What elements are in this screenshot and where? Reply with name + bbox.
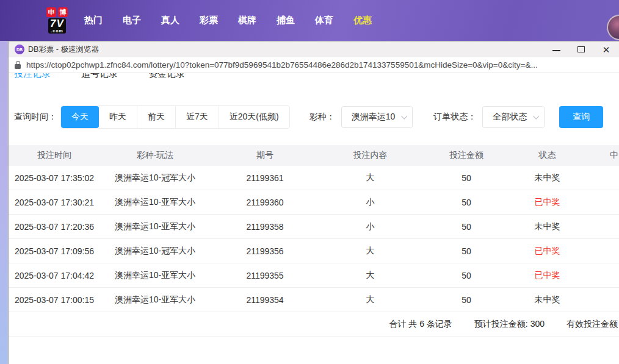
content-cell: 大 — [320, 246, 421, 257]
time-option-yesterday[interactable]: 昨天 — [99, 106, 137, 128]
lottery-select-value: 澳洲幸运10 — [352, 112, 396, 123]
screen: 申 博 7V .com 热门 电子 真人 彩票 棋牌 捕鱼 体育 优惠 DB D… — [0, 0, 619, 364]
status-cell: 未中奖 — [512, 221, 582, 232]
issue-cell: 21199360 — [210, 198, 320, 207]
time-cell: 2025-03-07 17:04:42 — [9, 271, 100, 280]
record-tabs: 投注记录 追号记录 资金记录 — [9, 73, 619, 83]
maximize-button[interactable] — [577, 46, 585, 53]
chevron-down-icon — [402, 113, 408, 120]
nav-item-hot[interactable]: 热门 — [84, 15, 103, 26]
issue-cell: 21199355 — [210, 271, 320, 280]
time-cell: 2025-03-07 17:09:56 — [9, 246, 100, 256]
col-header-game: 彩种-玩法 — [100, 150, 210, 161]
tab-chase-records[interactable]: 追号记录 — [81, 73, 118, 83]
tab-bet-records[interactable]: 投注记录 — [14, 73, 51, 83]
issue-cell: 21199358 — [210, 222, 320, 232]
game-cell: 澳洲幸运10-亚军大小 — [100, 270, 210, 281]
col-header-amount: 投注金额 — [421, 150, 512, 161]
logo-box: 7V .com — [48, 18, 66, 34]
minimize-icon — [552, 50, 560, 51]
time-filter-group: 今天 昨天 前天 近7天 近20天(低频) — [60, 105, 290, 129]
nav-item-slots[interactable]: 电子 — [123, 15, 141, 26]
col-header-content: 投注内容 — [320, 150, 421, 161]
main-nav: 热门 电子 真人 彩票 棋牌 捕鱼 体育 优惠 — [84, 15, 372, 26]
window-controls: ✕ — [552, 46, 613, 53]
summary-valid-amount: 有效投注金额 — [567, 319, 618, 330]
content-cell: 小 — [320, 221, 421, 232]
site-header: 申 博 7V .com 热门 电子 真人 彩票 棋牌 捕鱼 体育 优惠 — [0, 0, 619, 41]
status-cell: 已中奖 — [512, 197, 582, 208]
issue-cell: 21199361 — [210, 173, 320, 183]
minimize-button[interactable] — [552, 46, 560, 53]
time-cell: 2025-03-07 17:35:02 — [9, 173, 100, 183]
nav-item-promos[interactable]: 优惠 — [353, 15, 372, 26]
close-icon: ✕ — [603, 45, 610, 54]
lottery-select[interactable]: 澳洲幸运10 — [341, 106, 413, 128]
chevron-down-icon — [534, 113, 540, 120]
status-cell: 未中奖 — [512, 294, 582, 305]
time-option-20days[interactable]: 近20天(低频) — [219, 106, 289, 128]
table-summary: 合计 共 6 条记录 预计投注金额: 300 有效投注金额 — [9, 312, 619, 337]
table-header-row: 投注时间 彩种-玩法 期号 投注内容 投注金额 状态 中 — [9, 145, 619, 166]
time-option-today[interactable]: 今天 — [61, 106, 99, 128]
game-cell: 澳洲幸运10-亚军大小 — [100, 294, 210, 305]
logo-suffix: .com — [50, 29, 64, 33]
status-cell: 已中奖 — [512, 246, 582, 257]
time-filter-label: 查询时间： — [14, 112, 57, 123]
browser-titlebar[interactable]: DB DB彩票 - 极速浏览器 ✕ — [9, 41, 619, 57]
game-cell: 澳洲幸运10-冠军大小 — [100, 173, 210, 184]
amount-cell: 50 — [421, 222, 512, 232]
browser-window: DB DB彩票 - 极速浏览器 ✕ https://ctop02pchwp1.z… — [8, 41, 619, 364]
nav-item-fishing[interactable]: 捕鱼 — [277, 15, 295, 26]
table-row: 2025-03-07 17:30:21 澳洲幸运10-亚军大小 21199360… — [9, 190, 619, 215]
logo-badge-left: 申 — [46, 7, 56, 17]
time-cell: 2025-03-07 17:30:21 — [9, 198, 100, 207]
maximize-icon — [577, 46, 585, 52]
issue-cell: 21199354 — [210, 295, 320, 305]
amount-cell: 50 — [421, 173, 512, 183]
content-cell: 小 — [320, 197, 421, 208]
nav-item-chess[interactable]: 棋牌 — [238, 15, 256, 26]
summary-total: 合计 共 6 条记录 — [389, 319, 452, 330]
time-cell: 2025-03-07 17:00:15 — [9, 295, 100, 305]
nav-item-sports[interactable]: 体育 — [315, 15, 333, 26]
db-favicon-icon: DB — [15, 45, 24, 54]
user-avatar[interactable] — [607, 15, 619, 40]
amount-cell: 50 — [421, 198, 512, 207]
nav-item-live[interactable]: 真人 — [161, 15, 179, 26]
content-cell: 大 — [320, 294, 421, 305]
table-row: 2025-03-07 17:00:15 澳洲幸运10-亚军大小 21199354… — [9, 288, 619, 312]
lottery-filter-label: 彩种： — [310, 112, 335, 123]
url-text: https://ctop02pchwp1.zfnc84.com/lottery/… — [26, 60, 538, 70]
table-row: 2025-03-07 17:09:56 澳洲幸运10-冠军大小 21199356… — [9, 239, 619, 263]
time-option-day-before[interactable]: 前天 — [137, 106, 175, 128]
amount-cell: 50 — [421, 295, 512, 305]
time-option-7days[interactable]: 近7天 — [175, 106, 219, 128]
col-header-time: 投注时间 — [9, 150, 100, 161]
site-logo[interactable]: 申 博 7V .com — [46, 7, 68, 34]
game-cell: 澳洲幸运10-冠军大小 — [100, 246, 210, 257]
nav-item-lottery[interactable]: 彩票 — [200, 15, 218, 26]
table-row: 2025-03-07 17:35:02 澳洲幸运10-冠军大小 21199361… — [9, 166, 619, 190]
url-bar[interactable]: https://ctop02pchwp1.zfnc84.com/lottery/… — [9, 57, 619, 73]
filter-bar: 查询时间： 今天 昨天 前天 近7天 近20天(低频) 彩种： 澳洲幸运10 订… — [14, 105, 619, 129]
col-header-status: 状态 — [512, 150, 582, 161]
amount-cell: 50 — [421, 271, 512, 280]
window-title: DB彩票 - 极速浏览器 — [28, 45, 99, 55]
tab-fund-records[interactable]: 资金记录 — [148, 73, 185, 83]
game-cell: 澳洲幸运10-亚军大小 — [100, 221, 210, 232]
search-button[interactable]: 查询 — [559, 106, 603, 128]
page-left-strip — [0, 41, 8, 364]
content-cell: 大 — [320, 173, 421, 184]
amount-cell: 50 — [421, 246, 512, 256]
status-cell: 已中奖 — [512, 270, 582, 281]
logo-badge-right: 博 — [58, 7, 68, 17]
close-button[interactable]: ✕ — [602, 46, 610, 53]
status-select[interactable]: 全部状态 — [482, 106, 545, 128]
status-cell: 未中奖 — [512, 173, 582, 184]
col-header-win: 中 — [582, 150, 619, 161]
issue-cell: 21199356 — [210, 246, 320, 256]
status-filter-label: 订单状态： — [433, 112, 476, 123]
col-header-issue: 期号 — [210, 150, 320, 161]
table-row: 2025-03-07 17:20:36 澳洲幸运10-亚军大小 21199358… — [9, 215, 619, 239]
